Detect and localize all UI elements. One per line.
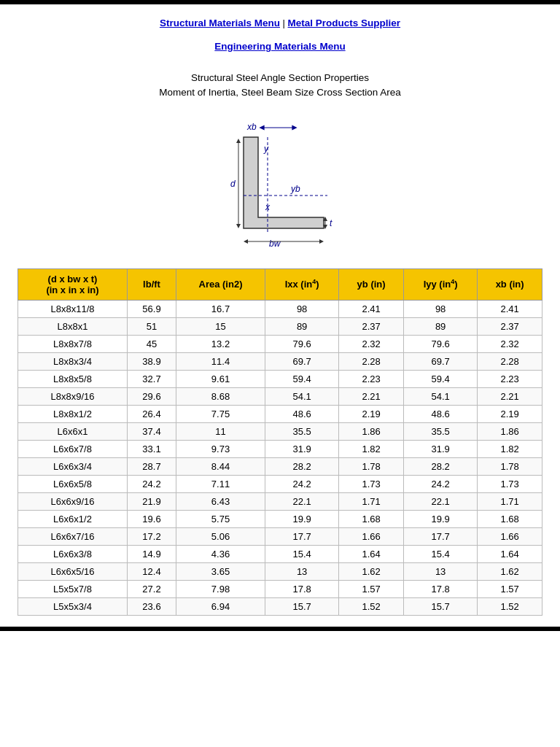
svg-text:bw: bw [269,239,281,249]
table-cell: 69.7 [265,352,338,370]
table-cell: L6x6x5/16 [18,562,128,580]
table-cell: 31.9 [265,440,338,457]
table-cell: L6x6x5/8 [18,475,128,492]
table-cell: 48.6 [403,405,477,422]
table-cell: 35.5 [265,422,338,440]
table-cell: 38.9 [128,352,176,370]
table-cell: 6.43 [176,492,265,510]
table-cell: L8x8x9/16 [18,387,128,405]
table-row: L6x6x1/219.65.7519.91.6819.91.68 [18,510,542,527]
table-cell: 7.98 [176,580,265,597]
metal-products-supplier-link[interactable]: Metal Products Supplier [288,18,401,28]
table-row: L6x6x5/824.27.1124.21.7324.21.73 [18,475,542,492]
table-cell: 28.2 [403,457,477,475]
table-cell: 1.64 [478,545,542,562]
table-cell: L6x6x7/16 [18,527,128,545]
table-cell: 27.2 [128,580,176,597]
table-cell: 45 [128,335,176,352]
table-cell: 1.68 [478,510,542,527]
table-cell: 2.28 [339,352,404,370]
svg-text:xb: xb [246,122,257,132]
table-cell: 1.66 [339,527,404,545]
table-cell: 2.37 [339,317,404,335]
table-row: L8x8x7/84513.279.62.3279.62.32 [18,335,542,352]
table-cell: 69.7 [403,352,477,370]
table-cell: 19.9 [403,510,477,527]
table-cell: 23.6 [128,597,176,615]
table-cell: 13.2 [176,335,265,352]
table-row: L6x6x3/428.78.4428.21.7828.21.78 [18,457,542,475]
table-cell: 2.32 [478,335,542,352]
nav-separator: | [280,18,288,28]
table-cell: 17.8 [403,580,477,597]
table-cell: L5x5x3/4 [18,597,128,615]
table-cell: 15.7 [403,597,477,615]
table-cell: 54.1 [403,387,477,405]
table-cell: 16.7 [176,300,265,317]
table-cell: 2.41 [339,300,404,317]
table-cell: 98 [265,300,338,317]
engineering-materials-menu-link[interactable]: Engineering Materials Menu [214,41,345,52]
table-cell: 3.65 [176,562,265,580]
table-cell: 24.2 [265,475,338,492]
table-cell: 2.37 [478,317,542,335]
table-cell: 1.73 [339,475,404,492]
table-cell: 11 [176,422,265,440]
header-nav: Structural Materials Menu | Metal Produc… [0,4,560,58]
table-cell: L6x6x9/16 [18,492,128,510]
table-cell: 37.4 [128,422,176,440]
col-header-iyy: Iyy (in4) [403,268,477,300]
table-cell: L8x8x7/8 [18,335,128,352]
table-row: L8x8x3/438.911.469.72.2869.72.28 [18,352,542,370]
data-table: (d x bw x t)(in x in x in) lb/ft Area (i… [18,268,542,616]
col-header-area: Area (in2) [176,268,265,300]
table-row: L6x6x7/833.19.7331.91.8231.91.82 [18,440,542,457]
table-cell: 32.7 [128,370,176,387]
table-cell: 4.36 [176,545,265,562]
table-cell: 1.78 [339,457,404,475]
table-cell: 2.32 [339,335,404,352]
table-cell: 9.61 [176,370,265,387]
svg-marker-0 [244,137,324,228]
table-cell: 12.4 [128,562,176,580]
table-cell: 51 [128,317,176,335]
table-cell: L6x6x7/8 [18,440,128,457]
table-row: L6x6x9/1621.96.4322.11.7122.11.71 [18,492,542,510]
table-cell: 28.2 [265,457,338,475]
table-cell: 11.4 [176,352,265,370]
table-cell: 35.5 [403,422,477,440]
table-cell: 22.1 [265,492,338,510]
table-cell: 2.21 [478,387,542,405]
svg-text:yb: yb [290,184,300,194]
table-row: L6x6x5/1612.43.65131.62131.62 [18,562,542,580]
table-cell: L6x6x1/2 [18,510,128,527]
table-body: L8x8x11/856.916.7982.41982.41L8x8x151158… [18,300,542,615]
table-cell: 1.57 [478,580,542,597]
table-cell: 2.41 [478,300,542,317]
table-row: L5x5x7/827.27.9817.81.5717.81.57 [18,580,542,597]
table-cell: 17.8 [265,580,338,597]
table-cell: 2.23 [478,370,542,387]
table-cell: 1.64 [339,545,404,562]
table-cell: 13 [265,562,338,580]
table-cell: 31.9 [403,440,477,457]
bottom-border [0,627,560,631]
structural-materials-menu-link[interactable]: Structural Materials Menu [160,18,280,28]
page-wrapper: Structural Materials Menu | Metal Produc… [0,0,560,747]
col-header-lbft: lb/ft [128,268,176,300]
table-cell: 2.19 [339,405,404,422]
table-cell: 56.9 [128,300,176,317]
table-cell: 98 [403,300,477,317]
table-cell: 13 [403,562,477,580]
table-cell: L6x6x3/8 [18,545,128,562]
table-row: L8x8x15115892.37892.37 [18,317,542,335]
table-cell: L8x8x5/8 [18,370,128,387]
table-cell: L5x5x7/8 [18,580,128,597]
table-cell: 17.7 [265,527,338,545]
page-title: Structural Steel Angle Section Propertie… [0,71,560,101]
col-header-yb: yb (in) [339,268,404,300]
table-cell: 15.4 [265,545,338,562]
table-cell: 59.4 [265,370,338,387]
table-cell: 54.1 [265,387,338,405]
table-row: L6x6x3/814.94.3615.41.6415.41.64 [18,545,542,562]
